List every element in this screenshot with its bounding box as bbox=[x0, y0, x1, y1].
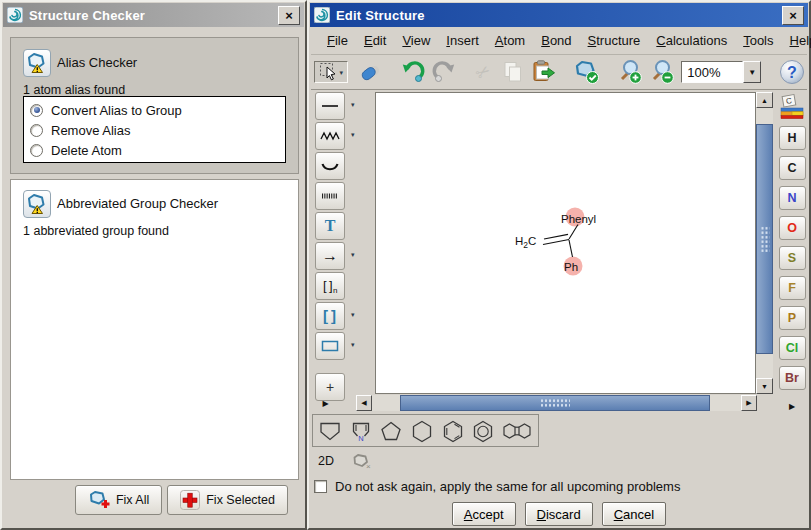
chevron-down-icon[interactable]: ▾ bbox=[351, 341, 355, 349]
reaction-arrow-tool[interactable]: → ▾ bbox=[311, 241, 373, 271]
chevron-down-icon[interactable]: ▾ bbox=[351, 131, 355, 139]
menu-file[interactable]: File bbox=[319, 30, 356, 51]
fix-selected-button[interactable]: Fix Selected bbox=[167, 485, 288, 515]
redo-button[interactable] bbox=[429, 57, 459, 87]
abbreviated-group-status: 1 abbreviated group found bbox=[23, 224, 169, 238]
chevron-down-icon[interactable]: ▾ bbox=[351, 101, 355, 109]
element-strip-expand-icon[interactable]: ▶ bbox=[785, 399, 800, 413]
periodic-table-button[interactable]: C bbox=[779, 93, 805, 120]
chain-tool[interactable]: ▾ bbox=[311, 121, 373, 151]
zoom-out-button[interactable] bbox=[647, 57, 677, 87]
abbreviated-group-checker-section[interactable]: Abbreviated Group Checker 1 abbreviated … bbox=[10, 179, 299, 480]
scroll-down-icon[interactable]: ▼ bbox=[756, 378, 773, 394]
chevron-down-icon[interactable]: ▾ bbox=[340, 69, 344, 76]
element-button-h[interactable]: H bbox=[779, 126, 806, 150]
template-benzene-aromatic[interactable] bbox=[469, 417, 498, 444]
eraser-button[interactable] bbox=[355, 57, 385, 87]
accept-button[interactable]: Accept bbox=[452, 502, 516, 526]
structure-canvas[interactable]: H2C Phenyl Ph bbox=[375, 92, 756, 394]
dont-ask-checkbox[interactable] bbox=[314, 480, 327, 493]
scroll-up-icon[interactable]: ▲ bbox=[756, 92, 773, 108]
bracket-tool[interactable]: [ ] ▾ bbox=[311, 301, 373, 331]
element-button-c[interactable]: C bbox=[779, 156, 806, 180]
checker-titlebar[interactable]: Structure Checker × bbox=[3, 3, 304, 27]
arc-tool[interactable] bbox=[311, 151, 373, 181]
chain-icon[interactable] bbox=[315, 122, 345, 150]
template-pyrrole[interactable]: N bbox=[347, 417, 376, 444]
menu-calculations[interactable]: Calculations bbox=[648, 30, 735, 51]
cut-icon[interactable]: ✂ bbox=[462, 51, 504, 93]
close-icon[interactable]: × bbox=[278, 6, 300, 25]
copy-button[interactable] bbox=[498, 57, 528, 87]
scroll-left-icon[interactable]: ◀ bbox=[356, 395, 372, 411]
text-tool[interactable]: T bbox=[311, 211, 373, 241]
rectangle-tool[interactable]: ▾ bbox=[311, 331, 373, 361]
svg-text:N: N bbox=[358, 433, 363, 442]
element-button-p[interactable]: P bbox=[779, 306, 806, 330]
help-button[interactable]: ? bbox=[777, 57, 807, 87]
option-remove-alias[interactable]: Remove Alias bbox=[30, 120, 279, 140]
text-tool-icon[interactable]: T bbox=[315, 212, 345, 240]
element-button-f[interactable]: F bbox=[779, 276, 806, 300]
discard-button[interactable]: Discard bbox=[525, 502, 593, 526]
multiple-group-tool[interactable] bbox=[311, 181, 373, 211]
repeating-unit-icon[interactable]: [ ] n bbox=[315, 272, 345, 300]
zoom-level-combo[interactable]: 100% ▼ bbox=[681, 61, 761, 83]
radio-icon[interactable] bbox=[30, 124, 43, 137]
selection-tool-button[interactable]: ▾ bbox=[314, 61, 348, 83]
option-delete-atom[interactable]: Delete Atom bbox=[30, 140, 279, 160]
canvas-vertical-scrollbar[interactable]: ▲ ▼ bbox=[756, 92, 773, 394]
element-button-o[interactable]: O bbox=[779, 216, 806, 240]
chevron-down-icon[interactable]: ▼ bbox=[743, 61, 761, 83]
zoom-in-button[interactable] bbox=[615, 57, 645, 87]
radio-icon[interactable] bbox=[30, 144, 43, 157]
template-naphthalene[interactable] bbox=[499, 417, 534, 444]
menu-insert[interactable]: Insert bbox=[438, 30, 487, 51]
element-button-s[interactable]: S bbox=[779, 246, 806, 270]
template-cyclohexane[interactable] bbox=[408, 417, 437, 444]
abbreviated-group-checker-title: Abbreviated Group Checker bbox=[57, 196, 218, 211]
option-convert-alias[interactable]: Convert Alias to Group bbox=[30, 100, 279, 120]
rectangle-icon[interactable] bbox=[315, 332, 345, 360]
cancel-button[interactable]: Cancel bbox=[602, 502, 666, 526]
single-bond-icon[interactable] bbox=[315, 92, 345, 120]
arrow-icon[interactable]: → bbox=[315, 242, 345, 270]
toolstrip-expand-icon[interactable]: ▶ bbox=[318, 396, 333, 410]
menu-bond[interactable]: Bond bbox=[533, 30, 579, 51]
vertical-scroll-thumb[interactable] bbox=[756, 124, 773, 354]
menu-help[interactable]: Help bbox=[782, 30, 811, 51]
radio-selected-icon[interactable] bbox=[30, 104, 43, 117]
fix-all-button[interactable]: Fix All bbox=[75, 485, 162, 515]
close-icon[interactable]: × bbox=[782, 6, 804, 25]
element-button-n[interactable]: N bbox=[779, 186, 806, 210]
menu-structure[interactable]: Structure bbox=[580, 30, 649, 51]
check-structure-button[interactable] bbox=[572, 57, 602, 87]
paste-button[interactable] bbox=[529, 57, 559, 87]
bracket-icon[interactable]: [ ] bbox=[315, 302, 345, 330]
single-bond-tool[interactable]: ▾ bbox=[311, 91, 373, 121]
chevron-down-icon[interactable]: ▾ bbox=[351, 251, 355, 259]
horizontal-scroll-thumb[interactable] bbox=[400, 395, 710, 411]
zoom-out-icon bbox=[648, 59, 675, 85]
menu-tools[interactable]: Tools bbox=[735, 30, 781, 51]
scroll-right-icon[interactable]: ▶ bbox=[741, 395, 757, 411]
canvas-horizontal-scrollbar[interactable]: ◀ ▶ bbox=[356, 395, 757, 411]
hashed-line-icon[interactable] bbox=[315, 182, 345, 210]
repeating-unit-tool[interactable]: [ ] n bbox=[311, 271, 373, 301]
menu-edit[interactable]: Edit bbox=[356, 30, 394, 51]
template-cyclopentane[interactable] bbox=[316, 417, 345, 444]
template-benzene[interactable] bbox=[438, 417, 467, 444]
dont-ask-label: Do not ask again, apply the same for all… bbox=[335, 479, 680, 494]
edit-titlebar[interactable]: Edit Structure × bbox=[310, 3, 808, 27]
element-button-cl[interactable]: Cl bbox=[779, 336, 806, 360]
menu-atom[interactable]: Atom bbox=[487, 30, 533, 51]
chevron-down-icon[interactable]: ▾ bbox=[351, 311, 355, 319]
bond-to-phenyl bbox=[569, 225, 578, 240]
undo-button[interactable] bbox=[398, 57, 428, 87]
element-button-br[interactable]: Br bbox=[779, 366, 806, 390]
template-cyclopentadiene[interactable] bbox=[377, 417, 406, 444]
alias-checker-section[interactable]: Alias Checker 1 atom alias found Convert… bbox=[10, 37, 299, 174]
menu-view[interactable]: View bbox=[394, 30, 438, 51]
arc-icon[interactable] bbox=[315, 152, 345, 180]
zoom-level-value[interactable]: 100% bbox=[681, 61, 743, 83]
